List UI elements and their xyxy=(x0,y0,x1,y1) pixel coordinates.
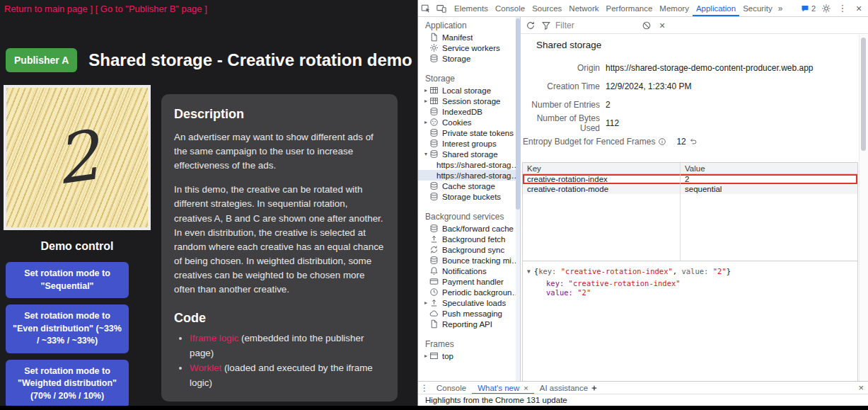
sidebar-item-manifest[interactable]: Manifest xyxy=(418,32,520,42)
drawer-tab-ai-assistance[interactable]: AI assistance xyxy=(534,382,603,394)
sidebar-item-https-shared-storage[interactable]: https://shared-storage… xyxy=(418,159,520,170)
publisher-b-link[interactable]: Go to "Publisher B" page xyxy=(100,4,202,14)
tab-memory[interactable]: Memory xyxy=(656,0,693,16)
sidebar-scrollbar[interactable] xyxy=(516,17,520,381)
fetch-icon xyxy=(429,234,439,244)
return-main-link[interactable]: Return to main page xyxy=(4,4,88,14)
description-paragraph: In this demo, the creative can be rotate… xyxy=(174,183,385,297)
sidebar-item-private-state-tokens[interactable]: Private state tokens xyxy=(418,127,520,138)
preview-inline-value: "2" xyxy=(713,267,727,275)
tab-console[interactable]: Console xyxy=(492,0,528,16)
entry-preview: ▼{key: "creative-rotation-index", value:… xyxy=(522,261,858,381)
kebab-menu-icon[interactable]: ⋮ xyxy=(835,1,850,16)
sidebar-item-label: Speculative loads xyxy=(442,299,506,307)
doc-icon xyxy=(429,319,439,329)
sidebar-item-storage[interactable]: Storage xyxy=(418,53,520,64)
table-row-creative-rotation-index[interactable]: creative-rotation-index2 xyxy=(523,174,857,184)
info-icon[interactable] xyxy=(658,137,666,146)
tab-application[interactable]: Application xyxy=(693,0,739,16)
preview-summary-text: {key: "creative-rotation-index", value: … xyxy=(534,267,731,275)
tab-performance[interactable]: Performance xyxy=(603,0,656,16)
tab-sources[interactable]: Sources xyxy=(528,0,565,16)
devtools-tabs: ElementsConsoleSourcesNetworkPerformance… xyxy=(451,0,776,16)
sidebar-item-notifications[interactable]: Notifications xyxy=(418,266,520,276)
preview-entry-value[interactable]: value: "2" xyxy=(546,288,857,297)
preview-summary[interactable]: ▼{key: "creative-rotation-index", value:… xyxy=(527,266,857,278)
code-link-worklet[interactable]: Worklet xyxy=(190,363,221,373)
sidebar-item-push-messaging[interactable]: Push messaging xyxy=(418,308,520,319)
sidebar-item-payment-handler[interactable]: Payment handler xyxy=(418,276,520,287)
rotation-mode-button-1[interactable]: Set rotation mode to "Even distribution"… xyxy=(6,304,129,353)
sidebar-item-top[interactable]: ▸top xyxy=(418,351,520,361)
nav-separator: ] [ xyxy=(88,4,100,14)
table-row-creative-rotation-mode[interactable]: creative-rotation-modesequential xyxy=(523,184,857,194)
devtools-main: × Shared storage Originhttps://shared-st… xyxy=(521,17,868,381)
db-icon xyxy=(429,181,439,190)
code-list-item: Iframe logic (embedded into the publishe… xyxy=(190,331,385,361)
code-heading: Code xyxy=(174,311,385,326)
expand-arrow-icon[interactable]: ▼ xyxy=(527,267,531,277)
clear-all-icon[interactable] xyxy=(639,18,654,33)
code-link-iframe-logic[interactable]: Iframe logic xyxy=(190,333,238,343)
sidebar-item-cookies[interactable]: ▸Cookies xyxy=(418,117,520,127)
sidebar-item-session-storage[interactable]: ▸Session storage xyxy=(418,96,520,106)
screen: Return to main page ] [ Go to "Publisher… xyxy=(0,0,868,410)
device-toolbar-icon[interactable] xyxy=(434,1,449,16)
main-scrollbar-thumb[interactable] xyxy=(861,38,866,151)
more-tabs-icon[interactable]: » xyxy=(776,4,785,13)
delete-selected-icon[interactable]: × xyxy=(654,18,670,33)
rotation-mode-button-2[interactable]: Set rotation mode to "Weighted distribut… xyxy=(6,360,129,406)
close-devtools-icon[interactable]: × xyxy=(851,1,867,16)
column-header-value[interactable]: Value xyxy=(680,164,857,173)
sidebar-item-back-forward-cache[interactable]: Back/forward cache xyxy=(418,223,520,234)
sidebar-item-https-shared-storage[interactable]: https://shared-storage… xyxy=(418,170,520,181)
sidebar-item-label: top xyxy=(442,352,453,360)
table-icon xyxy=(429,96,439,106)
code-list-item: Worklet (loaded and executed by the ifra… xyxy=(190,361,385,391)
sidebar-item-reporting-api[interactable]: Reporting API xyxy=(418,319,520,329)
sidebar-item-periodic-backgroun[interactable]: Periodic backgroun… xyxy=(418,287,520,297)
sidebar-item-background-fetch[interactable]: Background fetch xyxy=(418,234,520,244)
preview-value: "2" xyxy=(577,288,591,297)
report-field-creation-time: Creation Time12/9/2024, 1:23:40 PM xyxy=(521,77,858,96)
sidebar-item-service-workers[interactable]: Service workers xyxy=(418,42,520,53)
preview-entries: key: "creative-rotation-index"value: "2" xyxy=(527,279,857,297)
sidebar-item-interest-groups[interactable]: Interest groups xyxy=(418,138,520,149)
settings-gear-icon[interactable] xyxy=(818,1,834,16)
tab-network[interactable]: Network xyxy=(565,0,602,16)
description-paragraph: An advertiser may want to show different… xyxy=(174,130,385,173)
creative-number: 2 xyxy=(51,121,103,195)
sidebar-item-storage-buckets[interactable]: Storage buckets xyxy=(418,191,520,202)
close-drawer-icon[interactable]: × xyxy=(858,382,864,393)
sidebar-item-label: https://shared-storage… xyxy=(436,161,520,169)
column-header-key[interactable]: Key xyxy=(523,164,680,173)
issues-badge[interactable]: 2 xyxy=(799,4,818,13)
drawer-tab-label: What's new xyxy=(478,384,519,392)
sidebar-item-speculative-loads[interactable]: ▸Speculative loads xyxy=(418,297,520,308)
drawer-tab-what-s-new[interactable]: What's new× xyxy=(472,382,534,394)
sidebar-item-shared-storage[interactable]: ▾Shared storage xyxy=(418,149,520,159)
sidebar-item-cache-storage[interactable]: Cache storage xyxy=(418,181,520,191)
tab-security[interactable]: Security xyxy=(739,0,776,16)
metadata-fields: Originhttps://shared-storage-demo-conten… xyxy=(521,59,858,132)
shared-storage-view: Shared storage Originhttps://shared-stor… xyxy=(521,35,858,381)
field-value: https://shared-storage-demo-content-prod… xyxy=(606,63,814,73)
rotation-mode-button-0[interactable]: Set rotation mode to "Sequential" xyxy=(6,262,129,298)
main-scrollbar[interactable] xyxy=(859,35,868,381)
nav-separator-end: ] xyxy=(202,4,207,14)
sidebar-item-local-storage[interactable]: ▸Local storage xyxy=(418,85,520,96)
preview-entry-key[interactable]: key: "creative-rotation-index" xyxy=(546,279,857,288)
filter-input[interactable] xyxy=(555,21,639,30)
tab-elements[interactable]: Elements xyxy=(451,0,492,16)
drawer-tab-console[interactable]: Console xyxy=(431,382,472,394)
reset-budget-icon[interactable] xyxy=(689,137,698,146)
field-value: 112 xyxy=(606,118,619,128)
sidebar-item-bounce-tracking-miti[interactable]: Bounce tracking miti… xyxy=(418,255,520,266)
refresh-icon[interactable] xyxy=(523,18,538,33)
sidebar-item-background-sync[interactable]: Background sync xyxy=(418,244,520,255)
sidebar-item-indexeddb[interactable]: IndexedDB xyxy=(418,106,520,117)
inspect-icon[interactable] xyxy=(418,1,434,16)
sidebar-scrollbar-thumb[interactable] xyxy=(516,18,520,210)
close-icon[interactable]: × xyxy=(523,384,528,392)
drawer-menu-icon[interactable]: ⋮ xyxy=(418,383,431,393)
